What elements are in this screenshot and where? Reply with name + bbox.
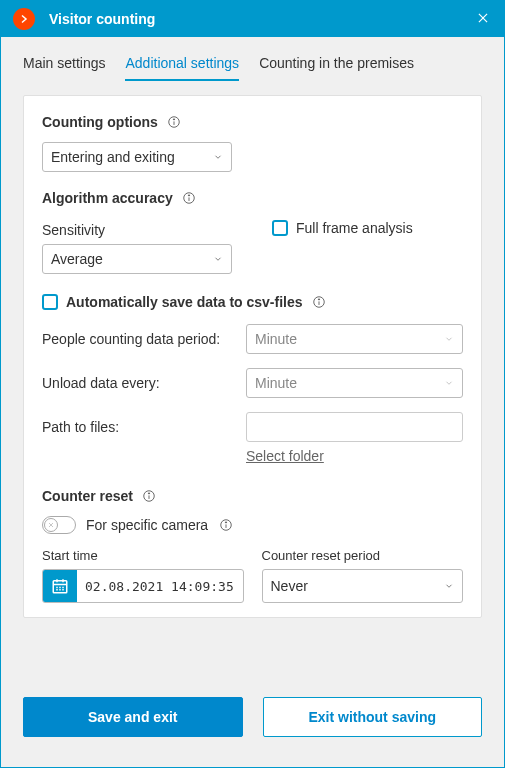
checkbox-box xyxy=(272,220,288,236)
titlebar-title: Visitor counting xyxy=(49,11,474,27)
chevron-down-icon xyxy=(444,578,454,594)
info-icon[interactable] xyxy=(311,294,327,310)
footer: Save and exit Exit without saving xyxy=(1,687,504,767)
counter-reset-title: Counter reset xyxy=(42,488,463,504)
visitor-counting-dialog: Visitor counting Main settings Additiona… xyxy=(0,0,505,768)
autosave-label: Automatically save data to csv-files xyxy=(66,294,303,310)
close-button[interactable] xyxy=(474,9,492,30)
period-label: People counting data period: xyxy=(42,331,232,347)
period-value: Minute xyxy=(255,331,297,347)
checkbox-box xyxy=(42,294,58,310)
svg-point-4 xyxy=(173,119,174,120)
calendar-icon xyxy=(43,570,77,602)
info-icon[interactable] xyxy=(166,114,182,130)
app-icon xyxy=(13,8,35,30)
counter-reset-title-text: Counter reset xyxy=(42,488,133,504)
counting-options-title: Counting options xyxy=(42,114,463,130)
chevron-down-icon xyxy=(213,149,223,165)
reset-period-value: Never xyxy=(271,578,308,594)
info-icon[interactable] xyxy=(218,517,234,533)
tab-counting-premises[interactable]: Counting in the premises xyxy=(259,55,414,81)
info-icon[interactable] xyxy=(141,488,157,504)
unload-row: Unload data every: Minute xyxy=(42,368,463,398)
path-input[interactable] xyxy=(246,412,463,442)
unload-value: Minute xyxy=(255,375,297,391)
toggle-knob xyxy=(44,518,58,532)
reset-period-select[interactable]: Never xyxy=(262,569,464,603)
tab-additional-settings[interactable]: Additional settings xyxy=(125,55,239,81)
select-folder-link[interactable]: Select folder xyxy=(246,448,324,464)
svg-point-13 xyxy=(148,493,149,494)
counting-options-select[interactable]: Entering and exiting xyxy=(42,142,232,172)
sensitivity-select[interactable]: Average xyxy=(42,244,232,274)
select-folder-row: Select folder xyxy=(42,448,463,464)
period-select[interactable]: Minute xyxy=(246,324,463,354)
for-specific-camera-row: For specific camera xyxy=(42,516,463,534)
tab-main-settings[interactable]: Main settings xyxy=(23,55,105,81)
svg-point-18 xyxy=(226,522,227,523)
for-specific-camera-toggle[interactable] xyxy=(42,516,76,534)
for-specific-camera-label: For specific camera xyxy=(86,517,208,533)
svg-point-10 xyxy=(318,299,319,300)
full-frame-label: Full frame analysis xyxy=(296,220,413,236)
datetime-row: Start time 02.08.20 xyxy=(42,548,463,603)
titlebar: Visitor counting xyxy=(1,1,504,37)
reset-period-label: Counter reset period xyxy=(262,548,464,563)
chevron-down-icon xyxy=(213,251,223,267)
full-frame-checkbox[interactable]: Full frame analysis xyxy=(272,220,413,236)
start-time-label: Start time xyxy=(42,548,244,563)
path-row: Path to files: xyxy=(42,412,463,442)
reset-period-col: Counter reset period Never xyxy=(262,548,464,603)
chevron-down-icon xyxy=(444,331,454,347)
algorithm-accuracy-title-text: Algorithm accuracy xyxy=(42,190,173,206)
counting-options-value: Entering and exiting xyxy=(51,149,175,165)
unload-select[interactable]: Minute xyxy=(246,368,463,398)
counting-options-title-text: Counting options xyxy=(42,114,158,130)
chevron-down-icon xyxy=(444,375,454,391)
sensitivity-label: Sensitivity xyxy=(42,222,232,238)
algorithm-row: Sensitivity Average Full frame analysis xyxy=(42,218,463,274)
save-and-exit-button[interactable]: Save and exit xyxy=(23,697,243,737)
start-time-value: 02.08.2021 14:09:35 xyxy=(77,570,243,602)
exit-without-saving-button[interactable]: Exit without saving xyxy=(263,697,483,737)
period-row: People counting data period: Minute xyxy=(42,324,463,354)
settings-panel: Counting options Entering and exiting Al… xyxy=(23,95,482,618)
sensitivity-value: Average xyxy=(51,251,103,267)
content-area: Counting options Entering and exiting Al… xyxy=(1,81,504,687)
unload-label: Unload data every: xyxy=(42,375,232,391)
start-time-col: Start time 02.08.20 xyxy=(42,548,244,603)
autosave-checkbox[interactable]: Automatically save data to csv-files xyxy=(42,294,463,310)
start-time-input[interactable]: 02.08.2021 14:09:35 xyxy=(42,569,244,603)
info-icon[interactable] xyxy=(181,190,197,206)
tabs: Main settings Additional settings Counti… xyxy=(1,37,504,81)
svg-point-7 xyxy=(188,195,189,196)
algorithm-accuracy-title: Algorithm accuracy xyxy=(42,190,463,206)
path-label: Path to files: xyxy=(42,419,232,435)
